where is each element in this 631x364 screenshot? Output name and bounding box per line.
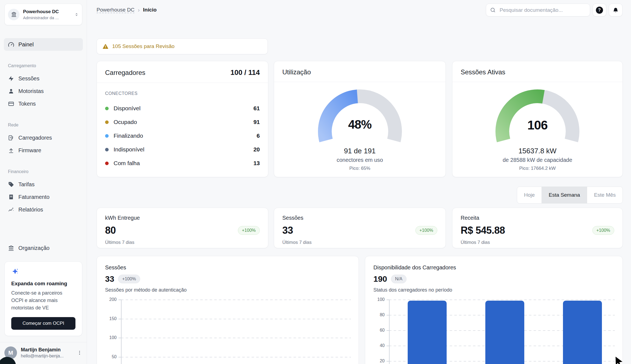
connector-status-row: Disponível 61 xyxy=(105,101,260,115)
help-button[interactable]: ? xyxy=(593,4,606,16)
y-axis-tick-label: 20 xyxy=(365,359,385,363)
user-icon xyxy=(8,88,14,94)
status-dot xyxy=(105,148,109,151)
connectors-list: Disponível 61 Ocupado 91 Finalizando 6 I… xyxy=(105,101,260,170)
y-axis-tick xyxy=(387,300,389,300)
gridline xyxy=(389,330,615,331)
search-box[interactable] xyxy=(486,4,590,16)
sparkles-icon xyxy=(11,268,19,275)
sidebar-item-tarifas[interactable]: Tarifas xyxy=(4,178,83,191)
sidebar-item-firmware[interactable]: Firmware xyxy=(4,144,83,157)
mouse-cursor xyxy=(614,356,625,364)
y-axis-tick-label: 60 xyxy=(365,328,385,333)
sidebar-item-label: Sessões xyxy=(18,75,40,82)
connector-status-row: Indisponível 20 xyxy=(105,143,260,156)
y-axis-tick xyxy=(119,319,121,319)
search-icon xyxy=(490,7,496,13)
y-axis-tick-label: 200 xyxy=(97,297,117,302)
connector-status-label: Finalizando xyxy=(114,132,143,139)
trend-icon xyxy=(8,207,14,213)
search-input[interactable] xyxy=(499,7,586,13)
gridline xyxy=(121,338,351,338)
y-axis-tick xyxy=(119,300,121,300)
stat-title: Receita xyxy=(461,215,614,221)
notifications-button[interactable] xyxy=(609,4,622,16)
bell-icon xyxy=(613,7,619,13)
y-axis-tick-label: 50 xyxy=(97,354,117,359)
chart-title: Disponibilidade dos Carregadores xyxy=(365,256,622,271)
sidebar-item-relatorios[interactable]: Relatórios xyxy=(4,203,83,216)
kebab-menu-icon[interactable] xyxy=(77,350,82,356)
chart-badge: N/A xyxy=(391,275,407,283)
chart-subtitle: Status dos carregadores no período xyxy=(365,284,622,293)
sidebar-org-link: Organização xyxy=(0,242,87,254)
period-tabs: HojeEsta SemanaEste Mês xyxy=(517,187,623,204)
breadcrumb-current: Início xyxy=(143,7,157,13)
upload-icon xyxy=(8,147,14,154)
y-axis-tick-label: 100 xyxy=(97,335,117,340)
stat-caption: Últimos 7 dias xyxy=(282,240,437,245)
stat-value: 80 xyxy=(105,225,116,236)
active-sessions-capacity: de 28588 kW de capacidade xyxy=(452,157,622,163)
status-dot xyxy=(105,120,109,124)
utilization-gauge: 48% xyxy=(316,88,404,151)
tab-esta-semana[interactable]: Esta Semana xyxy=(542,187,587,203)
stat-caption: Últimos 7 dias xyxy=(461,240,614,245)
help-icon: ? xyxy=(596,7,603,14)
sidebar-item-label: Painel xyxy=(18,41,34,48)
bank-icon xyxy=(11,12,17,17)
connector-status-value: 6 xyxy=(257,132,260,139)
promo-title: Expanda com roaming xyxy=(11,281,75,287)
sidebar-item-label: Tokens xyxy=(18,101,36,107)
stat-title: kWh Entregue xyxy=(105,215,260,221)
chargers-card-value: 100 / 114 xyxy=(230,68,260,77)
chart-badge: +100% xyxy=(118,275,140,283)
status-dot xyxy=(105,107,109,110)
start-ocpi-button[interactable]: Começar com OCPI xyxy=(11,317,75,330)
sidebar-nav: PainelCarregamentoSessõesMotoristasToken… xyxy=(0,25,87,216)
promo-body: Conecte-se a parceiros OCPI e alcance ma… xyxy=(11,289,75,312)
gridline xyxy=(389,346,615,346)
sidebar-item-organizacao[interactable]: Organização xyxy=(4,242,83,254)
utilization-percent: 48% xyxy=(316,118,404,131)
sidebar-item-label: Tarifas xyxy=(18,181,35,188)
breadcrumb-org-link[interactable]: Powerhouse DC xyxy=(97,7,134,13)
sidebar-item-motoristas[interactable]: Motoristas xyxy=(4,85,83,97)
chevron-right-icon: › xyxy=(138,7,140,13)
utilization-line2: conectores em uso xyxy=(274,157,446,163)
utilization-line1: 91 de 191 xyxy=(274,147,446,155)
tag-icon xyxy=(8,181,14,188)
bar xyxy=(408,301,447,364)
y-axis-tick-label: 40 xyxy=(365,343,385,348)
connector-status-label: Disponível xyxy=(114,105,140,112)
sidebar-item-tokens[interactable]: Tokens xyxy=(4,97,83,110)
chart-total: 33 xyxy=(105,274,114,284)
sessions-chart-card: Sessões 33 +100% Sessões por método de a… xyxy=(97,256,359,364)
chart-total: 190 xyxy=(373,274,387,284)
sidebar-item-faturamento[interactable]: Faturamento xyxy=(4,191,83,203)
sidebar-item-carregadores[interactable]: Carregadores xyxy=(4,131,83,144)
nav-section-label: Rede xyxy=(8,123,79,128)
sidebar-item-label: Motoristas xyxy=(18,88,44,94)
org-switcher[interactable]: Powerhouse DC Administrador da ... xyxy=(4,4,82,25)
utilization-peak: Pico: 65% xyxy=(274,166,446,171)
status-dot xyxy=(105,134,109,138)
connector-status-value: 61 xyxy=(253,105,260,112)
trend-badge: +100% xyxy=(415,226,437,235)
sessions-review-alert[interactable]: 105 Sessões para Revisão xyxy=(97,38,268,54)
connector-status-label: Ocupado xyxy=(114,119,137,125)
y-axis-tick xyxy=(119,357,121,357)
gauge-icon xyxy=(8,41,14,48)
active-sessions-gauge: 106 xyxy=(494,88,581,151)
chart-subtitle: Sessões por método de autenticação xyxy=(97,284,359,293)
tab-este-me-s[interactable]: Este Mês xyxy=(587,187,622,203)
zap-icon xyxy=(8,75,14,82)
sidebar-item-painel[interactable]: Painel xyxy=(4,38,83,51)
connector-status-row: Com falha 13 xyxy=(105,156,260,170)
sidebar-item-label: Organização xyxy=(18,245,49,251)
receipt-icon xyxy=(8,194,14,200)
tab-hoje[interactable]: Hoje xyxy=(517,187,542,203)
chart-title: Sessões xyxy=(97,256,359,271)
sidebar-item-sessoes[interactable]: Sessões xyxy=(4,72,83,85)
stat-title: Sessões xyxy=(282,215,437,221)
